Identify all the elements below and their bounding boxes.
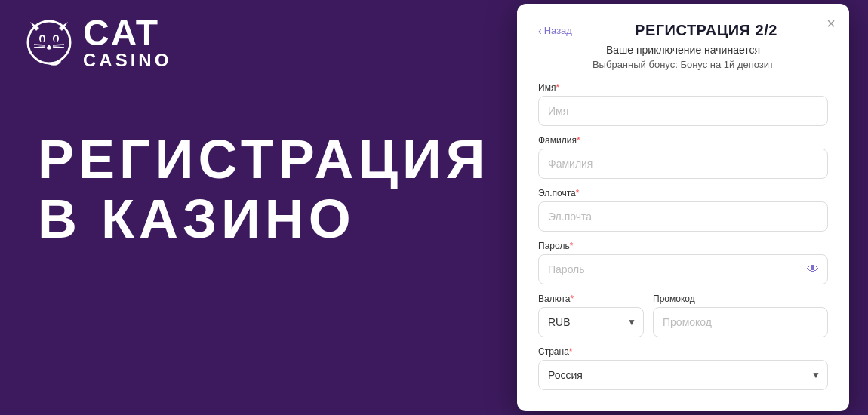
last-name-group: Фамилия* — [538, 135, 828, 179]
password-group: Пароль* 👁 — [538, 241, 828, 284]
promo-input[interactable] — [653, 307, 828, 337]
svg-point-4 — [54, 36, 57, 42]
country-label: Страна* — [538, 346, 828, 357]
password-label: Пароль* — [538, 241, 828, 251]
svg-point-3 — [41, 36, 44, 42]
email-label: Эл.почта* — [538, 188, 828, 198]
back-button[interactable]: ‹ Назад — [538, 25, 572, 37]
first-name-input[interactable] — [538, 96, 828, 126]
left-section: CAT CASINO РЕГИСТРАЦИЯ В КАЗИНО — [0, 0, 498, 415]
promo-group: Промокод — [653, 294, 828, 337]
country-group: Страна* Россия США Германия ▼ — [538, 346, 828, 390]
svg-marker-5 — [47, 45, 51, 48]
first-name-label: Имя* — [538, 82, 828, 93]
modal-title: РЕГИСТРАЦИЯ 2/2 — [584, 22, 828, 39]
modal-subtitle: Ваше приключение начинается — [538, 44, 828, 56]
logo-area: CAT CASINO — [23, 15, 476, 69]
svg-line-9 — [53, 47, 64, 48]
modal-bonus-text: Выбранный бонус: Бонус на 1й депозит — [538, 59, 828, 70]
country-select[interactable]: Россия США Германия — [538, 360, 828, 390]
hero-title: РЕГИСТРАЦИЯ В КАЗИНО — [38, 130, 476, 249]
country-select-wrapper: Россия США Германия ▼ — [538, 360, 828, 390]
svg-line-6 — [34, 45, 45, 45]
back-chevron-icon: ‹ — [538, 25, 542, 37]
back-label: Назад — [544, 25, 572, 36]
svg-line-7 — [34, 47, 45, 48]
modal-header: ‹ Назад РЕГИСТРАЦИЯ 2/2 — [538, 22, 828, 39]
password-wrapper: 👁 — [538, 254, 828, 284]
password-input[interactable] — [538, 254, 828, 284]
logo-casino-label: CASINO — [83, 51, 171, 69]
first-name-group: Имя* — [538, 82, 828, 126]
promo-label: Промокод — [653, 294, 828, 304]
hero-title-line2: В КАЗИНО — [38, 189, 476, 249]
registration-modal: ‹ Назад РЕГИСТРАЦИЯ 2/2 × Ваше приключен… — [517, 4, 849, 411]
last-name-label: Фамилия* — [538, 135, 828, 146]
currency-promo-row: Валюта* RUB USD EUR ▼ Промокод — [538, 294, 828, 337]
logo-text: CAT CASINO — [83, 15, 171, 69]
close-button[interactable]: × — [826, 16, 836, 31]
currency-label: Валюта* — [538, 294, 644, 304]
cat-logo-icon — [23, 16, 75, 69]
modal-wrapper: ‹ Назад РЕГИСТРАЦИЯ 2/2 × Ваше приключен… — [498, 0, 868, 415]
svg-line-8 — [53, 45, 64, 45]
email-group: Эл.почта* — [538, 188, 828, 232]
email-input[interactable] — [538, 201, 828, 232]
logo-cat-label: CAT — [83, 15, 171, 51]
currency-select-wrapper: RUB USD EUR ▼ — [538, 307, 644, 337]
hero-title-line1: РЕГИСТРАЦИЯ — [38, 130, 476, 189]
eye-icon[interactable]: 👁 — [807, 263, 819, 276]
last-name-input[interactable] — [538, 149, 828, 179]
currency-select[interactable]: RUB USD EUR — [538, 307, 644, 337]
currency-group: Валюта* RUB USD EUR ▼ — [538, 294, 644, 337]
